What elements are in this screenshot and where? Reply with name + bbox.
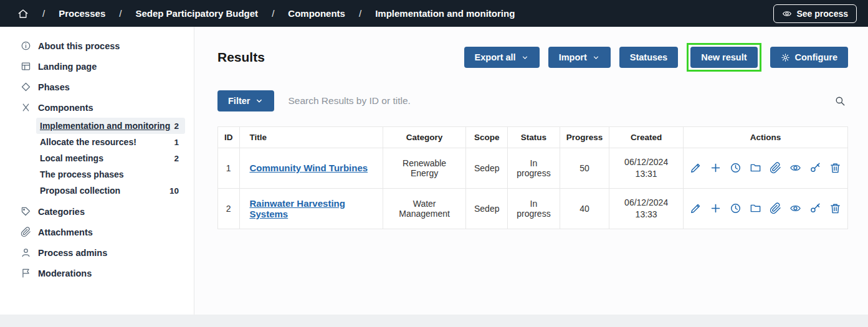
- clock-icon[interactable]: [730, 162, 742, 174]
- sidebar-item-landing-page[interactable]: Landing page: [0, 56, 194, 77]
- user-icon: [21, 247, 31, 258]
- edit-icon[interactable]: [690, 162, 702, 174]
- sidebar-item-label: Process admins: [38, 248, 107, 258]
- col-header-created: Created: [609, 127, 684, 148]
- diamond-icon: [21, 82, 31, 92]
- filter-button[interactable]: Filter: [217, 90, 274, 111]
- sidebar-item-moderations[interactable]: Moderations: [0, 263, 194, 283]
- plus-icon[interactable]: [710, 162, 722, 174]
- sidebar-subitem-label: Local meetings: [40, 153, 103, 163]
- sidebar-item-phases[interactable]: Phases: [0, 77, 194, 97]
- plus-icon[interactable]: [710, 202, 722, 214]
- cell-status: In progress: [508, 148, 560, 189]
- breadcrumb: / Processes / Sedep Participatory Budget…: [11, 8, 773, 19]
- results-table: ID Title Category Scope Status Progress …: [217, 126, 848, 229]
- sidebar-subitem-local-meetings[interactable]: Local meetings 2: [36, 150, 185, 166]
- statuses-button[interactable]: Statuses: [619, 47, 678, 68]
- chevron-down-icon: [521, 54, 529, 62]
- cell-id: 2: [218, 188, 240, 229]
- eye-icon[interactable]: [789, 162, 801, 174]
- import-button[interactable]: Import: [548, 47, 611, 68]
- col-header-actions: Actions: [684, 127, 848, 148]
- paperclip-icon[interactable]: [770, 162, 781, 174]
- sidebar: About this process Landing page Phases C…: [0, 27, 194, 315]
- paperclip-icon[interactable]: [770, 202, 781, 214]
- page-title: Results: [217, 50, 265, 65]
- home-icon[interactable]: [17, 8, 29, 19]
- sidebar-item-attachments[interactable]: Attachments: [0, 222, 194, 242]
- clock-icon[interactable]: [730, 202, 742, 214]
- breadcrumb-separator: /: [42, 8, 45, 19]
- breadcrumb-separator: /: [272, 8, 274, 19]
- count-badge: 2: [174, 154, 179, 163]
- sidebar-item-label: Categories: [38, 207, 85, 217]
- topbar: / Processes / Sedep Participatory Budget…: [0, 0, 868, 27]
- count-badge: 10: [169, 186, 179, 196]
- table-row: 2 Rainwater Harvesting Systems Water Man…: [218, 188, 848, 229]
- configure-label: Configure: [795, 52, 837, 62]
- folder-icon[interactable]: [750, 202, 761, 214]
- sidebar-subitem-allocate-the-resources[interactable]: Allocate the resources! 1: [36, 134, 185, 150]
- result-title-link[interactable]: Rainwater Harvesting Systems: [250, 198, 345, 219]
- see-process-label: See process: [797, 9, 849, 19]
- result-title-link[interactable]: Community Wind Turbines: [250, 163, 368, 173]
- cell-created: 06/12/2024 13:33: [609, 188, 684, 229]
- created-time: 13:31: [616, 168, 677, 180]
- breadcrumb-current-component[interactable]: Implementation and monitoring: [375, 8, 515, 19]
- sidebar-item-label: Moderations: [38, 268, 92, 278]
- sidebar-subitem-implementation-and-monitoring[interactable]: Implementation and monitoring 2: [36, 118, 185, 134]
- filter-label: Filter: [228, 96, 250, 106]
- breadcrumb-separator: /: [359, 8, 361, 19]
- row-actions: [690, 202, 841, 214]
- sidebar-item-label: Landing page: [38, 62, 97, 72]
- tag-icon: [21, 206, 31, 217]
- cell-status: In progress: [508, 188, 560, 229]
- main-content: Results Export all Import Statuses: [194, 27, 868, 315]
- col-header-scope: Scope: [466, 127, 508, 148]
- col-header-title: Title: [239, 127, 383, 148]
- sidebar-item-components[interactable]: Components: [0, 97, 194, 118]
- gear-icon: [781, 53, 790, 62]
- statuses-label: Statuses: [630, 52, 667, 62]
- trash-icon[interactable]: [829, 202, 841, 214]
- sidebar-subitem-label: Proposal collection: [40, 186, 120, 196]
- chevron-down-icon: [592, 54, 600, 62]
- edit-icon[interactable]: [690, 202, 702, 214]
- key-icon[interactable]: [809, 162, 821, 174]
- sidebar-subitem-label: Allocate the resources!: [40, 137, 136, 147]
- trash-icon[interactable]: [829, 162, 841, 174]
- breadcrumb-process-name[interactable]: Sedep Participatory Budget: [135, 8, 258, 19]
- sidebar-item-label: Components: [38, 103, 93, 113]
- cell-scope: Sedep: [466, 148, 508, 189]
- cell-scope: Sedep: [466, 188, 508, 229]
- configure-button[interactable]: Configure: [770, 47, 848, 68]
- search-icon[interactable]: [832, 93, 848, 109]
- export-all-button[interactable]: Export all: [464, 47, 540, 68]
- search-input[interactable]: [288, 95, 818, 107]
- table-header-row: ID Title Category Scope Status Progress …: [218, 127, 848, 148]
- sidebar-item-label: About this process: [38, 41, 120, 51]
- components-sub-list: Implementation and monitoring 2 Allocate…: [36, 118, 185, 199]
- created-date: 06/12/2024: [616, 156, 677, 168]
- chevron-down-icon: [255, 97, 264, 105]
- cell-progress: 40: [560, 188, 609, 229]
- see-process-button[interactable]: See process: [773, 4, 857, 23]
- breadcrumb-components[interactable]: Components: [288, 8, 345, 19]
- paperclip-icon: [21, 227, 31, 237]
- sidebar-item-process-admins[interactable]: Process admins: [0, 242, 194, 263]
- sidebar-subitem-the-process-phases[interactable]: The process phases: [36, 166, 185, 182]
- eye-icon[interactable]: [789, 202, 801, 214]
- new-result-button[interactable]: New result: [690, 47, 757, 68]
- export-all-label: Export all: [475, 52, 516, 62]
- breadcrumb-processes[interactable]: Processes: [59, 8, 105, 19]
- sidebar-item-label: Phases: [38, 82, 70, 92]
- components-icon: [21, 102, 31, 113]
- count-badge: 1: [174, 138, 179, 147]
- table-row: 1 Community Wind Turbines Renewable Ener…: [218, 148, 848, 189]
- folder-icon[interactable]: [750, 162, 761, 174]
- eye-icon: [782, 9, 792, 19]
- sidebar-item-categories[interactable]: Categories: [0, 201, 194, 222]
- sidebar-subitem-proposal-collection[interactable]: Proposal collection 10: [36, 182, 185, 199]
- key-icon[interactable]: [809, 202, 821, 214]
- sidebar-item-about[interactable]: About this process: [0, 36, 194, 56]
